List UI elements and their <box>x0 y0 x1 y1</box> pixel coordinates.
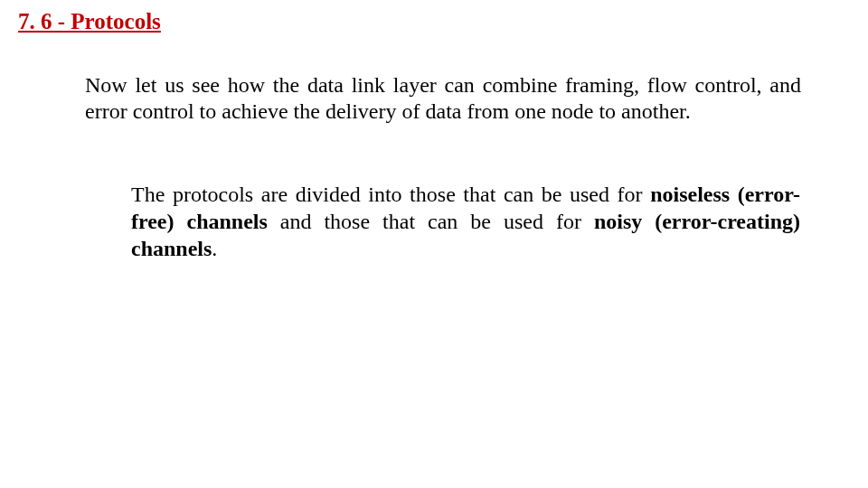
detail-paragraph: The protocols are divided into those tha… <box>131 181 800 262</box>
text-segment: and those that can be used for <box>268 210 594 233</box>
text-segment: . <box>212 237 217 260</box>
section-heading: 7. 6 - Protocols <box>18 9 161 34</box>
intro-paragraph: Now let us see how the data link layer c… <box>85 72 801 126</box>
text-segment: The protocols are divided into those tha… <box>131 183 650 206</box>
slide: 7. 6 - Protocols Now let us see how the … <box>0 0 868 488</box>
